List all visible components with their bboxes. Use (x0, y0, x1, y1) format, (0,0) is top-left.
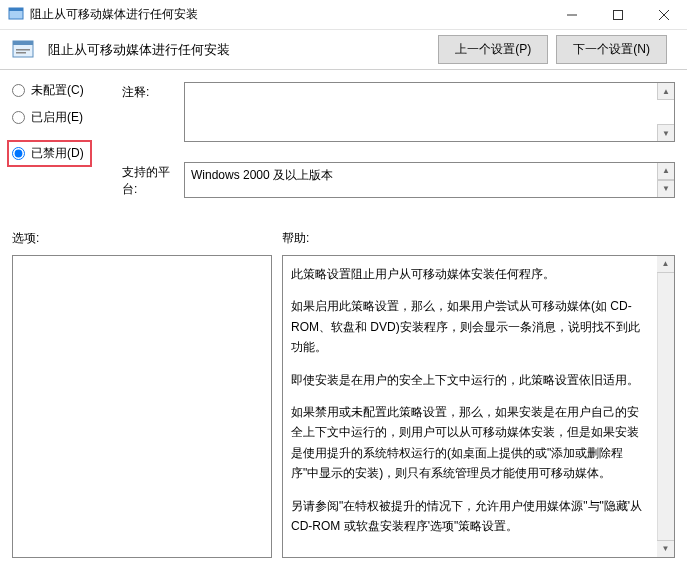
radio-not-configured[interactable]: 未配置(C) (12, 82, 102, 99)
radio-enabled[interactable]: 已启用(E) (12, 109, 102, 126)
app-icon (8, 7, 24, 23)
maximize-button[interactable] (595, 0, 641, 29)
help-scroll-up[interactable]: ▲ (657, 256, 674, 273)
fields-column: 注释: ▲ ▼ 支持的平台: Windows 2000 及以上版本 ▲ ▼ (122, 82, 675, 218)
close-button[interactable] (641, 0, 687, 29)
radio-disabled-highlight: 已禁用(D) (7, 140, 92, 167)
help-scrollbar[interactable]: ▲ ▼ (657, 256, 674, 557)
platform-value: Windows 2000 及以上版本 (191, 168, 333, 182)
help-paragraph: 如果启用此策略设置，那么，如果用户尝试从可移动媒体(如 CD-ROM、软盘和 D… (291, 296, 650, 357)
comment-scroll-down[interactable]: ▼ (657, 124, 674, 141)
lower-section: 选项: 帮助: 此策略设置阻止用户从可移动媒体安装任何程序。 如果启用此策略设置… (0, 230, 687, 570)
options-box (12, 255, 272, 558)
svg-rect-1 (9, 8, 23, 11)
radio-enabled-label: 已启用(E) (31, 109, 83, 126)
help-label: 帮助: (282, 230, 675, 247)
help-paragraph: 如果禁用或未配置此策略设置，那么，如果安装是在用户自己的安全上下文中运行的，则用… (291, 402, 650, 484)
svg-rect-7 (13, 41, 33, 45)
comment-textarea[interactable]: ▲ ▼ (184, 82, 675, 142)
policy-title: 阻止从可移动媒体进行任何安装 (48, 41, 438, 59)
platform-label: 支持的平台: (122, 162, 184, 198)
comment-row: 注释: ▲ ▼ (122, 82, 675, 142)
platform-scroll-up[interactable]: ▲ (657, 163, 674, 180)
radio-disabled[interactable]: 已禁用(D) (12, 145, 84, 162)
window-controls (549, 0, 687, 29)
radio-disabled-label: 已禁用(D) (31, 145, 84, 162)
options-column: 选项: (12, 230, 272, 558)
radio-not-configured-input[interactable] (12, 84, 25, 97)
state-radio-group: 未配置(C) 已启用(E) 已禁用(D) (12, 82, 102, 218)
window-title: 阻止从可移动媒体进行任何安装 (30, 6, 549, 23)
header-row: 阻止从可移动媒体进行任何安装 上一个设置(P) 下一个设置(N) (0, 30, 687, 70)
help-scroll-down[interactable]: ▼ (657, 540, 674, 557)
window-titlebar: 阻止从可移动媒体进行任何安装 (0, 0, 687, 30)
policy-icon (12, 38, 40, 62)
prev-setting-button[interactable]: 上一个设置(P) (438, 35, 548, 64)
help-paragraph: 此策略设置阻止用户从可移动媒体安装任何程序。 (291, 264, 650, 284)
help-column: 帮助: 此策略设置阻止用户从可移动媒体安装任何程序。 如果启用此策略设置，那么，… (282, 230, 675, 558)
platform-box: Windows 2000 及以上版本 ▲ ▼ (184, 162, 675, 198)
svg-rect-3 (614, 10, 623, 19)
comment-label: 注释: (122, 82, 184, 142)
help-paragraph: 即使安装是在用户的安全上下文中运行的，此策略设置依旧适用。 (291, 370, 650, 390)
svg-rect-8 (16, 49, 30, 51)
comment-scroll-up[interactable]: ▲ (657, 83, 674, 100)
help-text-box: 此策略设置阻止用户从可移动媒体安装任何程序。 如果启用此策略设置，那么，如果用户… (282, 255, 675, 558)
config-section: 未配置(C) 已启用(E) 已禁用(D) 注释: ▲ ▼ 支持的平台: Wind… (0, 70, 687, 230)
radio-not-configured-label: 未配置(C) (31, 82, 84, 99)
help-paragraph: 另请参阅"在特权被提升的情况下，允许用户使用媒体源"与"隐藏'从CD-ROM 或… (291, 496, 650, 537)
radio-enabled-input[interactable] (12, 111, 25, 124)
radio-disabled-input[interactable] (12, 147, 25, 160)
next-setting-button[interactable]: 下一个设置(N) (556, 35, 667, 64)
minimize-button[interactable] (549, 0, 595, 29)
svg-rect-9 (16, 52, 26, 54)
platform-scroll-down[interactable]: ▼ (657, 180, 674, 197)
platform-row: 支持的平台: Windows 2000 及以上版本 ▲ ▼ (122, 162, 675, 198)
options-label: 选项: (12, 230, 272, 247)
